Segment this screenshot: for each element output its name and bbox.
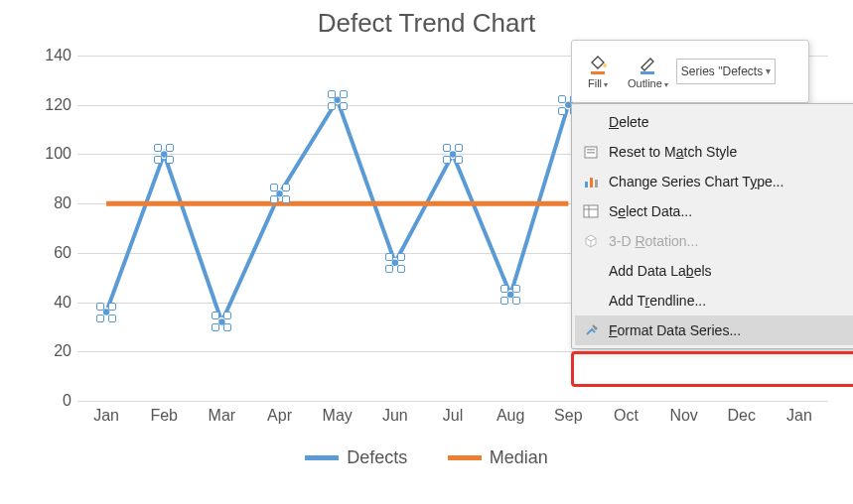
outline-icon [637,54,658,77]
bar-chart-icon [581,172,601,191]
x-axis-label: May [323,407,353,425]
selection-handle[interactable] [96,303,104,311]
format-series-icon [581,320,601,340]
select-data-icon [581,201,601,221]
svg-point-0 [603,63,607,67]
x-axis-labels: JanFebMarAprMayJunJulAugSepOctNovDecJan [54,407,828,431]
x-axis-label: Dec [728,407,756,425]
selection-handle[interactable] [282,195,290,203]
svg-rect-8 [595,180,598,188]
selection-handle[interactable] [512,285,520,293]
selection-handle[interactable] [455,156,463,164]
menu-item-label: Change Series Chart Type... [609,174,783,189]
legend-label-median: Median [490,447,548,468]
x-axis-label: Apr [267,407,292,425]
outline-label: Outline [628,77,662,89]
selection-handle[interactable] [443,144,451,152]
menu-item-label: Reset to Match Style [609,144,737,160]
menu-item-label: Add Trendline... [609,293,706,309]
menu-item-label: Select Data... [609,203,692,219]
selection-handle[interactable] [270,195,278,203]
selection-handle[interactable] [397,253,405,261]
selection-handle[interactable] [154,156,162,164]
x-axis-label: Nov [669,407,697,425]
selection-handle[interactable] [500,285,508,293]
selection-handle[interactable] [282,184,290,191]
menu-item-trendline[interactable]: Add Trendline... [575,286,853,315]
selection-handle[interactable] [328,90,336,98]
selection-handle[interactable] [166,144,174,152]
selection-handle[interactable] [108,303,116,311]
svg-rect-9 [584,205,598,217]
selection-handle[interactable] [340,90,348,98]
selection-handle[interactable] [270,184,278,191]
menu-item-format-series[interactable]: Format Data Series... [575,315,853,345]
svg-rect-1 [591,71,605,74]
svg-rect-7 [590,178,593,188]
selection-handle[interactable] [512,297,520,305]
series-select-value: Series "Defects [681,60,763,83]
selection-handle[interactable] [96,315,104,322]
svg-rect-5 [587,152,595,154]
legend-median[interactable]: Median [448,447,548,468]
legend-swatch-defects [305,455,339,460]
selection-handle[interactable] [443,156,451,164]
chevron-down-icon: ▾ [766,60,771,83]
chevron-down-icon: ▾ [604,80,608,89]
cube-icon [581,231,601,251]
x-axis-label: Oct [614,407,639,425]
x-axis-label: Jun [382,407,408,425]
x-axis-label: Sep [554,407,582,425]
x-axis-label: Mar [209,407,236,425]
svg-point-12 [595,327,598,330]
legend-defects[interactable]: Defects [305,447,407,468]
menu-item-change-type[interactable]: Change Series Chart Type... [575,167,853,196]
legend-swatch-median [448,455,482,460]
selection-handle[interactable] [166,156,174,164]
menu-item-label: Delete [609,114,648,130]
menu-item-label: 3-D Rotation... [609,233,698,249]
x-axis-label: Jan [93,407,119,425]
series-select-dropdown[interactable]: Series "Defects ▾ [676,59,776,84]
fill-icon [587,54,609,77]
outline-button[interactable]: Outline▾ [622,52,674,91]
selection-handle[interactable] [558,107,566,115]
svg-rect-4 [587,149,595,151]
selection-handle[interactable] [558,95,566,103]
selection-handle[interactable] [154,144,162,152]
svg-rect-6 [585,182,588,188]
selection-handle[interactable] [223,323,231,331]
menu-item-data-labels[interactable]: Add Data Labels▶ [575,256,853,286]
selection-handle[interactable] [385,265,393,273]
legend: Defects Median [0,446,853,468]
menu-item-select-data[interactable]: Select Data... [575,196,853,226]
selection-handle[interactable] [212,312,219,319]
menu-item-reset[interactable]: Reset to Match Style [575,137,853,167]
fill-label: Fill [588,77,602,89]
series-defects[interactable] [106,100,568,322]
x-axis-label: Aug [497,407,524,425]
gridline [77,401,828,402]
x-axis-label: Feb [150,407,178,425]
selection-handle[interactable] [340,102,348,110]
selection-handle[interactable] [397,265,405,273]
selection-handle[interactable] [455,144,463,152]
context-menu: DeleteReset to Match StyleChange Series … [571,103,853,349]
chart-title: Defect Trend Chart [0,0,853,39]
mini-toolbar: Fill▾ Outline▾ Series "Defects ▾ [571,40,809,103]
legend-label-defects: Defects [347,447,407,468]
svg-rect-2 [640,71,654,74]
menu-item-delete[interactable]: Delete [575,107,853,137]
selection-handle[interactable] [108,315,116,322]
selection-handle[interactable] [385,253,393,261]
x-axis-label: Jan [786,407,812,425]
selection-handle[interactable] [328,102,336,110]
fill-button[interactable]: Fill▾ [576,52,620,91]
chevron-down-icon: ▾ [664,80,668,89]
selection-handle[interactable] [223,312,231,319]
x-axis-label: Jul [443,407,463,425]
selection-handle[interactable] [212,323,219,331]
reset-icon [581,142,601,162]
menu-item-rotation3d: 3-D Rotation... [575,226,853,256]
selection-handle[interactable] [500,297,508,305]
